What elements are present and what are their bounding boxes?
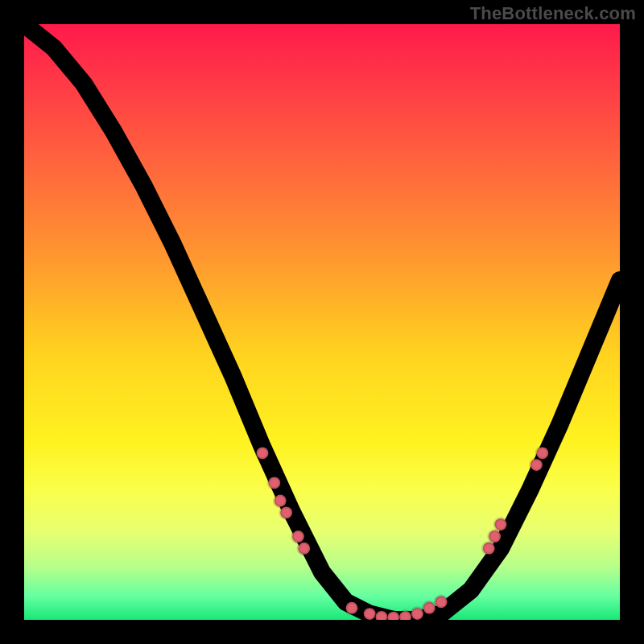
data-point [399,611,411,620]
data-point [387,612,399,620]
data-point [376,611,388,620]
data-point [495,518,507,530]
data-point [423,602,436,614]
data-point [436,596,448,608]
data-point [530,459,543,471]
plot-area [24,24,620,620]
watermark-text: TheBottleneck.com [470,3,636,24]
bottleneck-curve [24,24,620,620]
data-point [292,530,304,543]
data-point [298,543,310,555]
data-point [257,447,269,459]
data-point [364,608,376,620]
data-point [346,602,358,614]
data-point [489,530,501,543]
curve-layer [24,24,620,620]
data-point [275,495,287,507]
data-point [483,543,495,555]
data-point [280,506,292,518]
chart-frame: TheBottleneck.com [0,0,644,644]
data-point [536,447,548,459]
data-point [268,477,280,489]
data-point [411,608,423,620]
